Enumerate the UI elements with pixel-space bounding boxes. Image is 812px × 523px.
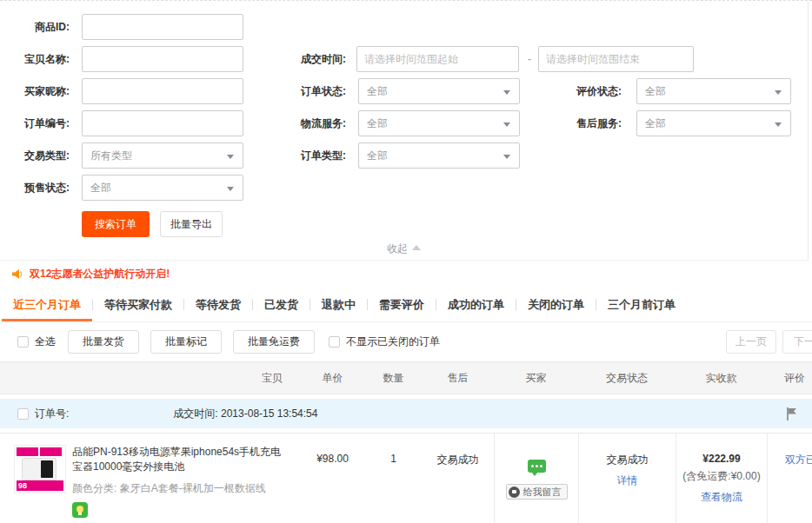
flag-icon[interactable] bbox=[785, 407, 798, 424]
column-header-rating: 评价 bbox=[767, 371, 812, 386]
product-id-input[interactable] bbox=[82, 14, 243, 40]
search-orders-button[interactable]: 搜索订单 bbox=[82, 211, 150, 237]
paid-amount-cell: ¥222.99 (含免运费:¥0.00) 查看物流 bbox=[676, 434, 767, 523]
chevron-down-icon bbox=[775, 90, 782, 95]
chevron-down-icon bbox=[227, 155, 234, 159]
tab-refunding[interactable]: 退款中 bbox=[310, 288, 367, 321]
batch-mark-button[interactable]: 批量标记 bbox=[150, 330, 222, 354]
presale-value: 全部 bbox=[90, 181, 111, 195]
select-all-label: 全选 bbox=[35, 334, 56, 349]
batch-toolbar: 全选 批量发货 批量标记 批量免运费 不显示已关闭的订单 上一页 下一页 bbox=[0, 322, 812, 361]
column-header-buyer: 买家 bbox=[494, 371, 578, 386]
tab-closed-orders[interactable]: 关闭的订单 bbox=[516, 288, 596, 321]
deal-time-end-input[interactable] bbox=[538, 46, 694, 72]
announcement-bar: 双12志愿者公益护航行动开启! bbox=[0, 261, 812, 288]
logistics-value: 全部 bbox=[367, 116, 388, 131]
aftersale-cell: 交易成功 bbox=[422, 434, 494, 523]
promo-banner bbox=[17, 447, 63, 456]
buyer-cell: 给我留言 bbox=[494, 434, 578, 523]
collapse-panel-link[interactable]: 收起 bbox=[0, 237, 808, 260]
batch-export-button[interactable]: 批量导出 bbox=[160, 211, 223, 237]
order-status-select[interactable]: 全部 bbox=[358, 78, 520, 104]
view-logistics-link[interactable]: 查看物流 bbox=[676, 490, 767, 505]
tab-successful-orders[interactable]: 成功的订单 bbox=[436, 288, 516, 321]
aftersale-service-select[interactable]: 全部 bbox=[636, 110, 791, 136]
hide-closed-label: 不显示已关闭的订单 bbox=[346, 334, 440, 349]
product-thumbnail[interactable]: 98 bbox=[14, 445, 66, 493]
buyer-nick-input[interactable] bbox=[82, 78, 243, 104]
announcement-text[interactable]: 双12志愿者公益护航行动开启! bbox=[30, 267, 170, 281]
order-tabs: 近三个月订单 等待买家付款 等待发货 已发货 退款中 需要评价 成功的订单 关闭… bbox=[0, 288, 812, 322]
orders-table: 宝贝 单价 数量 售后 买家 交易状态 实收款 评价 订单号: 成交时间: 20… bbox=[0, 361, 812, 523]
item-name-input[interactable] bbox=[82, 46, 243, 72]
search-filter-panel: 商品ID: 宝贝名称: 成交时间: - 买家昵称: 订单状态: 全部 评价状态:… bbox=[0, 1, 809, 261]
select-all-checkbox[interactable] bbox=[17, 336, 29, 348]
trade-type-select[interactable]: 所有类型 bbox=[82, 142, 243, 169]
chevron-up-icon bbox=[412, 245, 421, 250]
tab-awaiting-payment[interactable]: 等待买家付款 bbox=[93, 288, 183, 321]
product-info: 品能PN-913移动电源苹果iphone54s手机充电宝器10000毫安外接电池… bbox=[72, 445, 290, 523]
column-header-paid: 实收款 bbox=[676, 371, 767, 386]
mobile-exclusive-icon bbox=[72, 502, 88, 518]
hide-closed-checkbox[interactable] bbox=[329, 336, 340, 348]
order-status-value: 全部 bbox=[367, 84, 388, 99]
range-separator: - bbox=[528, 53, 531, 65]
search-actions: 搜索订单 批量导出 bbox=[82, 211, 808, 237]
product-sku: 颜色分类: 象牙白A套餐-裸机加一根数据线 bbox=[72, 481, 290, 496]
form-row-order-no: 订单编号: 物流服务: 全部 售后服务: 全部 bbox=[0, 110, 808, 136]
trade-type-value: 所有类型 bbox=[90, 149, 132, 163]
product-cell: 98 品能PN-913移动电源苹果iphone54s手机充电宝器10000毫安外… bbox=[0, 434, 300, 523]
tab-needs-review[interactable]: 需要评价 bbox=[368, 288, 436, 321]
product-id-label: 商品ID: bbox=[0, 20, 70, 35]
shipping-fee-note: (含免运费:¥0.00) bbox=[676, 469, 767, 484]
order-type-select[interactable]: 全部 bbox=[358, 142, 520, 169]
order-deal-time: 成交时间: 2013-08-15 13:54:54 bbox=[173, 407, 317, 421]
paid-amount: ¥222.99 bbox=[676, 453, 767, 465]
status-detail-link[interactable]: 详情 bbox=[579, 473, 676, 488]
product-title-link[interactable]: 品能PN-913移动电源苹果iphone54s手机充电宝器10000毫安外接电池 bbox=[72, 445, 290, 474]
qty-cell: 1 bbox=[365, 434, 422, 523]
tab-shipped[interactable]: 已发货 bbox=[253, 288, 309, 321]
megaphone-icon bbox=[11, 268, 24, 280]
presale-label: 预售状态: bbox=[0, 181, 70, 195]
deal-time-label: 成交时间: bbox=[243, 52, 346, 67]
trade-status-text: 交易成功 bbox=[579, 453, 676, 467]
order-status-label: 订单状态: bbox=[243, 84, 346, 99]
chevron-down-icon bbox=[227, 187, 234, 191]
tab-orders-before-3-months[interactable]: 三个月前订单 bbox=[596, 288, 687, 321]
tab-awaiting-shipment[interactable]: 等待发货 bbox=[184, 288, 252, 321]
form-row-product-id: 商品ID: bbox=[0, 14, 808, 40]
chevron-down-icon bbox=[503, 122, 510, 127]
form-row-presale: 预售状态: 全部 bbox=[0, 175, 808, 201]
aftersale-service-value: 全部 bbox=[645, 116, 666, 131]
form-row-buyer-nick: 买家昵称: 订单状态: 全部 评价状态: 全部 bbox=[0, 78, 808, 104]
pagination: 上一页 下一页 bbox=[726, 330, 812, 354]
presale-select[interactable]: 全部 bbox=[82, 175, 243, 201]
column-header-unit-price: 单价 bbox=[300, 371, 365, 386]
column-header-aftersale: 售后 bbox=[422, 371, 494, 386]
buyer-nick-label: 买家昵称: bbox=[0, 84, 70, 99]
next-page-button[interactable]: 下一页 bbox=[782, 330, 812, 354]
aftersale-service-label: 售后服务: bbox=[520, 116, 622, 131]
form-row-trade-type: 交易类型: 所有类型 订单类型: 全部 bbox=[0, 142, 808, 169]
leave-message-button[interactable]: 给我留言 bbox=[506, 484, 568, 500]
prev-page-button[interactable]: 上一页 bbox=[726, 330, 776, 354]
order-select-checkbox[interactable] bbox=[17, 408, 29, 420]
rate-status-select[interactable]: 全部 bbox=[636, 78, 791, 104]
rating-cell[interactable]: 双方已 bbox=[767, 434, 812, 523]
unit-price-cell: ¥98.00 bbox=[300, 434, 365, 523]
order-no-label: 订单号: bbox=[35, 407, 69, 421]
logistics-label: 物流服务: bbox=[243, 116, 346, 131]
deal-time-start-input[interactable] bbox=[356, 46, 519, 72]
powerbank-image bbox=[22, 458, 57, 480]
wangwang-chat-icon[interactable] bbox=[528, 460, 546, 473]
column-header-status: 交易状态 bbox=[578, 371, 676, 386]
batch-ship-button[interactable]: 批量发货 bbox=[68, 330, 139, 354]
order-no-input[interactable] bbox=[82, 110, 243, 136]
batch-free-shipping-button[interactable]: 批量免运费 bbox=[233, 330, 315, 354]
order-type-label: 订单类型: bbox=[243, 149, 346, 163]
chevron-down-icon bbox=[775, 122, 782, 127]
rate-status-label: 评价状态: bbox=[520, 84, 622, 99]
logistics-select[interactable]: 全部 bbox=[358, 110, 520, 136]
tab-recent-3-months[interactable]: 近三个月订单 bbox=[2, 288, 92, 321]
